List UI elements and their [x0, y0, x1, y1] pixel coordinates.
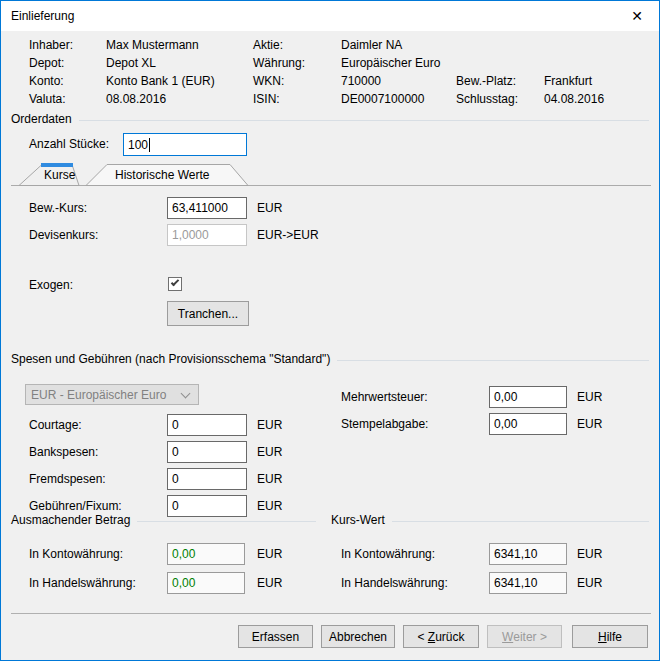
zurueck-button-label: < Zurück [417, 630, 464, 644]
stempelabgabe-label: Stempelabgabe: [341, 417, 428, 432]
ab-handelswaehrung-field[interactable]: 0,00 [167, 572, 245, 594]
tranchen-button[interactable]: Tranchen... [167, 301, 249, 326]
ab-handelswaehrung-value: 0,00 [172, 576, 195, 590]
anzahl-stuecke-value: 100 [128, 138, 148, 152]
anzahl-stuecke-input[interactable]: 100 [123, 133, 247, 156]
devisenkurs-input[interactable]: 1,0000 [167, 224, 247, 246]
courtage-value: 0 [172, 418, 179, 432]
devisenkurs-label: Devisenkurs: [29, 228, 98, 243]
kw-handelswaehrung-value: 6341,10 [494, 576, 537, 590]
ab-handelswaehrung-unit: EUR [257, 576, 282, 591]
ab-kontowaehrung-label: In Kontowährung: [29, 547, 123, 562]
kw-handelswaehrung-field[interactable]: 6341,10 [489, 572, 567, 594]
isin-label: ISIN: [253, 92, 280, 107]
fremdspesen-input[interactable]: 0 [167, 468, 247, 490]
courtage-label: Courtage: [29, 418, 82, 433]
section-divider [337, 360, 649, 361]
isin-value: DE0007100000 [341, 92, 424, 107]
fremdspesen-label: Fremdspesen: [29, 472, 106, 487]
bew-kurs-unit: EUR [257, 201, 282, 216]
wkn-value: 710000 [341, 74, 381, 89]
courtage-unit: EUR [257, 418, 282, 433]
footer-divider [11, 613, 651, 614]
devisenkurs-value: 1,0000 [172, 228, 209, 242]
tab-kurse[interactable]: Kurse [44, 168, 75, 182]
erfassen-button-label: Erfassen [252, 630, 299, 644]
stempelabgabe-unit: EUR [577, 417, 602, 432]
mehrwertsteuer-input[interactable]: 0,00 [489, 386, 567, 408]
weiter-button[interactable]: Weiter > [487, 625, 562, 648]
einlieferung-dialog: Einlieferung ✕ Inhaber: Max Mustermann D… [0, 0, 660, 661]
currency-select-value: EUR - Europäischer Euro [31, 388, 166, 402]
anzahl-stuecke-label: Anzahl Stücke: [29, 137, 109, 152]
kw-kontowaehrung-unit: EUR [577, 547, 602, 562]
bankspesen-unit: EUR [257, 445, 282, 460]
fremdspesen-value: 0 [172, 472, 179, 486]
erfassen-button[interactable]: Erfassen [238, 625, 313, 648]
active-tab-accent [41, 163, 73, 167]
fremdspesen-unit: EUR [257, 472, 282, 487]
stempelabgabe-input[interactable]: 0,00 [489, 413, 567, 435]
section-divider [392, 521, 649, 522]
inhaber-value: Max Mustermann [106, 38, 199, 53]
tab-strip [11, 163, 651, 186]
hilfe-button-label: Hilfe [598, 630, 622, 644]
section-divider [79, 120, 649, 121]
wkn-label: WKN: [253, 74, 284, 89]
kw-handelswaehrung-label: In Handelswährung: [341, 576, 448, 591]
exogen-checkbox[interactable] [168, 277, 182, 291]
abbrechen-button[interactable]: Abbrechen [321, 625, 395, 648]
currency-select[interactable]: EUR - Europäischer Euro [25, 384, 199, 405]
ausmachender-betrag-section-label: Ausmachender Betrag [11, 513, 130, 527]
bankspesen-label: Bankspesen: [29, 445, 98, 460]
bankspesen-input[interactable]: 0 [167, 441, 247, 463]
inhaber-label: Inhaber: [29, 38, 73, 53]
gebuehren-fixum-unit: EUR [257, 499, 282, 514]
tab-strip-graphic [11, 163, 651, 186]
mehrwertsteuer-label: Mehrwertsteuer: [341, 390, 428, 405]
close-icon[interactable]: ✕ [623, 5, 651, 27]
ab-kontowaehrung-unit: EUR [257, 547, 282, 562]
valuta-label: Valuta: [29, 92, 65, 107]
ab-kontowaehrung-value: 0,00 [172, 547, 195, 561]
mehrwertsteuer-unit: EUR [577, 390, 602, 405]
bankspesen-value: 0 [172, 445, 179, 459]
depot-value: Depot XL [106, 56, 156, 71]
gebuehren-fixum-label: Gebühren/Fixum: [29, 499, 122, 514]
schlusstag-label: Schlusstag: [456, 92, 518, 107]
courtage-input[interactable]: 0 [167, 414, 247, 436]
ab-handelswaehrung-label: In Handelswährung: [29, 576, 136, 591]
kw-kontowaehrung-label: In Kontowährung: [341, 547, 435, 562]
depot-label: Depot: [29, 56, 64, 71]
bew-platz-label: Bew.-Platz: [456, 74, 516, 89]
window-title: Einlieferung [11, 9, 74, 23]
abbrechen-button-label: Abbrechen [329, 630, 387, 644]
exogen-label: Exogen: [29, 278, 73, 293]
gebuehren-fixum-value: 0 [172, 499, 179, 513]
waehrung-label: Währung: [253, 56, 305, 71]
kw-kontowaehrung-field[interactable]: 6341,10 [489, 543, 567, 565]
text-caret [149, 138, 150, 152]
valuta-value: 08.08.2016 [106, 92, 166, 107]
stempelabgabe-value: 0,00 [494, 417, 517, 431]
tab-historische-werte[interactable]: Historische Werte [115, 168, 209, 182]
orderdaten-section-label: Orderdaten [11, 112, 72, 126]
weiter-button-label: Weiter > [502, 630, 547, 644]
chevron-down-icon [181, 389, 191, 399]
bew-kurs-label: Bew.-Kurs: [29, 201, 87, 216]
tranchen-button-label: Tranchen... [178, 307, 238, 321]
konto-label: Konto: [29, 74, 64, 89]
kurs-wert-section-label: Kurs-Wert [331, 513, 385, 527]
title-bar: Einlieferung ✕ [1, 1, 659, 31]
section-divider [137, 521, 316, 522]
schlusstag-value: 04.08.2016 [544, 92, 604, 107]
bew-platz-value: Frankfurt [544, 74, 592, 89]
konto-value: Konto Bank 1 (EUR) [106, 74, 215, 89]
bew-kurs-input[interactable]: 63,411000 [167, 197, 247, 219]
ab-kontowaehrung-field[interactable]: 0,00 [167, 543, 245, 565]
hilfe-button[interactable]: Hilfe [572, 625, 648, 648]
devisenkurs-unit: EUR->EUR [257, 228, 319, 243]
checkmark-icon [171, 278, 179, 286]
bew-kurs-value: 63,411000 [172, 201, 228, 215]
zurueck-button[interactable]: < Zurück [403, 625, 479, 648]
